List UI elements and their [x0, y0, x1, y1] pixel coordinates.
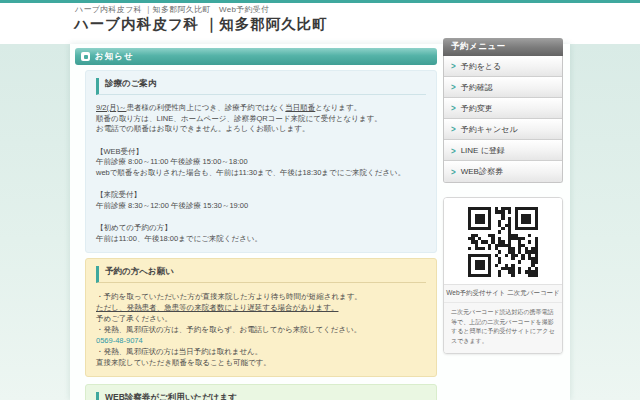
web-reception-heading: 【WEB受付】	[96, 147, 426, 158]
same-day-emphasis: 当日順番	[285, 103, 315, 112]
window-title-text: ハーブ内科皮フ科 ｜知多郡阿久比町 Web予約受付	[75, 4, 269, 15]
menu-item-change-reservation[interactable]: > 予約変更	[444, 98, 562, 119]
text-line: 予めご了承ください。	[96, 313, 426, 324]
menu-item-label: 予約変更	[461, 103, 493, 114]
text-line: ・発熱、風邪症状の方は、予約を取らず、お電話してから来院してください。	[96, 324, 426, 335]
menu-item-label: LINE に登録	[461, 145, 505, 156]
text-segment: 患者様の利便性向上につき、診療予約ではなく	[126, 103, 285, 112]
web-ticket-section: WEB診察券がご利用いただけます	[85, 384, 437, 400]
text-line: ・発熱、風邪症状の方は当日予約は取れません。	[96, 346, 426, 357]
chevron-right-icon: >	[451, 124, 456, 135]
first-time-paragraph: 【初めての予約の方】 午前は11:00、午後18:00までにご来院ください。	[96, 223, 426, 244]
menu-item-cancel-reservation[interactable]: > 予約キャンセル	[444, 119, 562, 140]
web-reception-paragraph: 【WEB受付】 午前診療 8:00～11:00 午後診療 15:00～18:00…	[96, 147, 426, 179]
date-emphasis: 9/2(月)～	[96, 103, 126, 112]
first-time-heading: 【初めての予約の方】	[96, 223, 426, 234]
visit-reception-heading: 【来院受付】	[96, 190, 426, 201]
phone-number-link[interactable]: 0569-48-9074	[96, 336, 143, 345]
notice-bar: お知らせ	[75, 48, 437, 65]
request-paragraph: ・予約を取っていただいた方が直接来院した方より待ち時間が短縮されます。 ただし、…	[96, 291, 426, 368]
text-line: 順番の取り方は、LINE、ホームページ、診察券QRコード来院にて受付となります。	[96, 114, 426, 125]
notice-bar-label: お知らせ	[95, 51, 134, 63]
reservation-menu: 予約メニュー > 予約をとる > 予約確認 > 予約変更 > 予約キャンセル >…	[443, 38, 563, 183]
web-reception-note: webで順番をお取りされた場合も、午前は11:30まで、午後は18:30までにご…	[96, 168, 426, 179]
chevron-right-icon: >	[451, 103, 456, 114]
reservation-menu-header: 予約メニュー	[443, 38, 563, 56]
menu-item-web-ticket[interactable]: > WEB診察券	[444, 161, 562, 182]
menu-item-label: WEB診察券	[461, 166, 503, 177]
visit-reception-paragraph: 【来院受付】 午前診療 8:30～12:00 午後診療 15:30～19:00	[96, 190, 426, 211]
reservation-menu-list: > 予約をとる > 予約確認 > 予約変更 > 予約キャンセル > LINE に…	[443, 56, 563, 183]
guide-section-title: 診療のご案内	[96, 78, 426, 95]
qr-caption: Web予約受付サイト 二次元バーコード	[444, 284, 562, 303]
web-reception-hours: 午前診療 8:00～11:00 午後診療 15:00～18:00	[96, 157, 426, 168]
chevron-right-icon: >	[451, 82, 456, 93]
qr-code-image	[444, 198, 562, 284]
chevron-right-icon: >	[451, 145, 456, 156]
qr-code-card: Web予約受付サイト 二次元バーコード 二次元バーコード読込対応の携帯電話等で、…	[443, 197, 563, 354]
text-line: 9/2(月)～患者様の利便性向上につき、診療予約ではなく当日順番となります。	[96, 103, 426, 114]
site-title: ハーブ内科皮フ科 ｜知多郡阿久比町	[74, 15, 328, 34]
delay-warning-emphasis: ただし、発熱患者、急患等の来院者数により遅延する場合があります。	[96, 302, 426, 313]
web-ticket-section-title: WEB診察券がご利用いただけます	[96, 392, 426, 400]
menu-item-label: 予約確認	[461, 82, 493, 93]
text-line: お電話での順番はお取りできません。よろしくお願いします。	[96, 124, 426, 135]
request-section: 予約の方へお願い ・予約を取っていただいた方が直接来院した方より待ち時間が短縮さ…	[85, 258, 437, 377]
visit-reception-hours: 午前診療 8:30～12:00 午後診療 15:30～19:00	[96, 201, 426, 212]
notice-icon	[81, 52, 90, 61]
page: ハーブ内科皮フ科 ｜知多郡阿久比町 Web予約受付 ハーブ内科皮フ科 ｜知多郡阿…	[0, 0, 640, 400]
text-line: ・予約を取っていただいた方が直接来院した方より待ち時間が短縮されます。	[96, 291, 426, 302]
chevron-right-icon: >	[451, 166, 456, 177]
menu-item-label: 予約をとる	[461, 61, 502, 72]
menu-item-line-register[interactable]: > LINE に登録	[444, 140, 562, 161]
qr-description: 二次元バーコード読込対応の携帯電話等で、上記の二次元バーコードを撮影すると簡単に…	[444, 303, 562, 353]
menu-item-confirm-reservation[interactable]: > 予約確認	[444, 77, 562, 98]
chevron-right-icon: >	[451, 61, 456, 72]
request-section-title: 予約の方へお願い	[96, 266, 426, 283]
text-segment: となります。	[315, 103, 361, 112]
menu-item-label: 予約キャンセル	[461, 124, 518, 135]
guide-section: 診療のご案内 9/2(月)～患者様の利便性向上につき、診療予約ではなく当日順番と…	[85, 70, 437, 253]
guide-intro-paragraph: 9/2(月)～患者様の利便性向上につき、診療予約ではなく当日順番となります。 順…	[96, 103, 426, 135]
first-time-note: 午前は11:00、午後18:00までにご来院ください。	[96, 234, 426, 245]
text-line: 直接来院していただき順番を取ることも可能です。	[96, 357, 426, 368]
menu-item-make-reservation[interactable]: > 予約をとる	[444, 56, 562, 77]
